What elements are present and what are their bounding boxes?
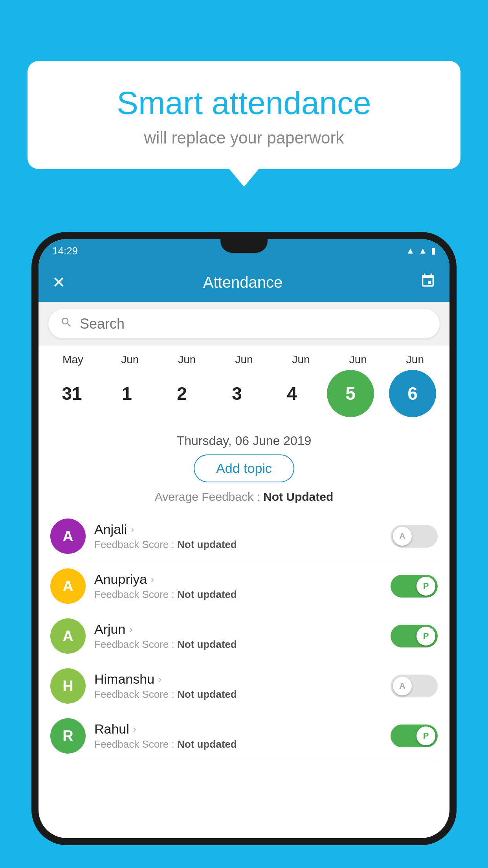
app-bar: ✕ Attendance	[39, 263, 449, 302]
student-info: Rahul ›Feedback Score : Not updated	[94, 721, 391, 750]
student-feedback: Feedback Score : Not updated	[94, 738, 391, 750]
status-icons: ▲ ▲ ▮	[406, 246, 436, 256]
chevron-icon: ›	[151, 574, 154, 585]
student-info: Anjali ›Feedback Score : Not updated	[94, 522, 391, 551]
toggle-knob: P	[416, 726, 435, 745]
student-name: Anupriya ›	[94, 572, 391, 587]
calendar-months: MayJunJunJunJunJunJun	[42, 353, 446, 366]
student-feedback: Feedback Score : Not updated	[94, 688, 391, 701]
calendar-month-label: Jun	[273, 353, 328, 366]
student-row[interactable]: AAnupriya ›Feedback Score : Not updatedP	[50, 561, 438, 611]
chevron-icon: ›	[158, 674, 161, 685]
student-name: Rahul ›	[94, 721, 391, 737]
calendar-month-label: May	[46, 353, 101, 366]
bubble-subtitle: will replace your paperwork	[47, 129, 441, 147]
calendar-date-item[interactable]: 6	[389, 370, 436, 417]
signal-icon: ▲	[418, 246, 427, 256]
speech-bubble-container: Smart attendance will replace your paper…	[28, 61, 460, 169]
search-icon	[60, 316, 73, 332]
student-avatar: A	[50, 568, 86, 604]
close-button[interactable]: ✕	[52, 273, 66, 291]
student-avatar: R	[50, 718, 86, 754]
student-feedback: Feedback Score : Not updated	[94, 588, 391, 601]
phone-container: 14:29 ▲ ▲ ▮ ✕ Attendance	[31, 232, 457, 868]
phone-screen: 14:29 ▲ ▲ ▮ ✕ Attendance	[39, 239, 449, 838]
student-row[interactable]: HHimanshu ›Feedback Score : Not updatedA	[50, 661, 438, 711]
average-feedback: Average Feedback : Not Updated	[48, 490, 440, 504]
add-topic-button[interactable]: Add topic	[194, 454, 294, 482]
calendar-date-item[interactable]: 2	[154, 383, 209, 404]
calendar-dates[interactable]: 31123456	[42, 366, 446, 421]
attendance-toggle[interactable]: P	[391, 575, 438, 598]
student-list: AAnjali ›Feedback Score : Not updatedAAA…	[48, 511, 440, 761]
student-avatar: A	[50, 519, 86, 554]
toggle-knob: A	[393, 677, 412, 695]
attendance-toggle[interactable]: P	[391, 725, 438, 747]
content-area: Thursday, 06 June 2019 Add topic Average…	[39, 425, 449, 761]
search-input[interactable]	[80, 316, 428, 332]
student-info: Arjun ›Feedback Score : Not updated	[94, 622, 391, 651]
student-info: Anupriya ›Feedback Score : Not updated	[94, 572, 391, 601]
attendance-toggle[interactable]: A	[391, 525, 438, 548]
attendance-toggle[interactable]: A	[391, 675, 438, 697]
student-avatar: A	[50, 618, 86, 654]
calendar-month-label: Jun	[330, 353, 385, 366]
battery-icon: ▮	[431, 246, 436, 256]
search-container	[39, 302, 449, 346]
phone-notch	[220, 239, 268, 253]
attendance-toggle[interactable]: P	[391, 625, 438, 647]
student-name: Arjun ›	[94, 622, 391, 637]
calendar-month-label: Jun	[160, 353, 215, 366]
calendar-date-item[interactable]: 4	[264, 383, 319, 404]
toggle-knob: P	[416, 627, 435, 645]
student-feedback: Feedback Score : Not updated	[94, 638, 391, 651]
calendar-date-item[interactable]: 1	[99, 383, 154, 404]
speech-bubble: Smart attendance will replace your paper…	[28, 61, 460, 169]
calendar-month-label: Jun	[387, 353, 442, 366]
toggle-knob: P	[416, 577, 435, 596]
calendar-date-item[interactable]: 31	[44, 383, 99, 404]
status-time: 14:29	[52, 245, 78, 257]
student-feedback: Feedback Score : Not updated	[94, 539, 391, 551]
calendar-icon[interactable]	[420, 273, 436, 292]
date-display: Thursday, 06 June 2019	[48, 425, 440, 454]
student-name: Himanshu ›	[94, 671, 391, 687]
calendar-strip: MayJunJunJunJunJunJun 31123456	[39, 346, 449, 425]
wifi-icon: ▲	[406, 246, 415, 256]
student-name: Anjali ›	[94, 522, 391, 537]
toggle-knob: A	[393, 527, 412, 546]
student-row[interactable]: RRahul ›Feedback Score : Not updatedP	[50, 711, 438, 761]
calendar-month-label: Jun	[216, 353, 272, 366]
calendar-date-item[interactable]: 5	[327, 370, 374, 417]
calendar-month-label: Jun	[103, 353, 158, 366]
chevron-icon: ›	[129, 624, 132, 635]
bubble-title: Smart attendance	[47, 85, 441, 121]
calendar-date-item[interactable]: 3	[209, 383, 264, 404]
chevron-icon: ›	[133, 724, 136, 735]
student-avatar: H	[50, 668, 86, 704]
app-bar-title: Attendance	[77, 274, 408, 291]
chevron-icon: ›	[131, 524, 134, 535]
student-row[interactable]: AArjun ›Feedback Score : Not updatedP	[50, 611, 438, 661]
phone-frame: 14:29 ▲ ▲ ▮ ✕ Attendance	[31, 232, 457, 845]
search-bar[interactable]	[48, 309, 440, 338]
student-info: Himanshu ›Feedback Score : Not updated	[94, 671, 391, 701]
student-row[interactable]: AAnjali ›Feedback Score : Not updatedA	[50, 511, 438, 561]
